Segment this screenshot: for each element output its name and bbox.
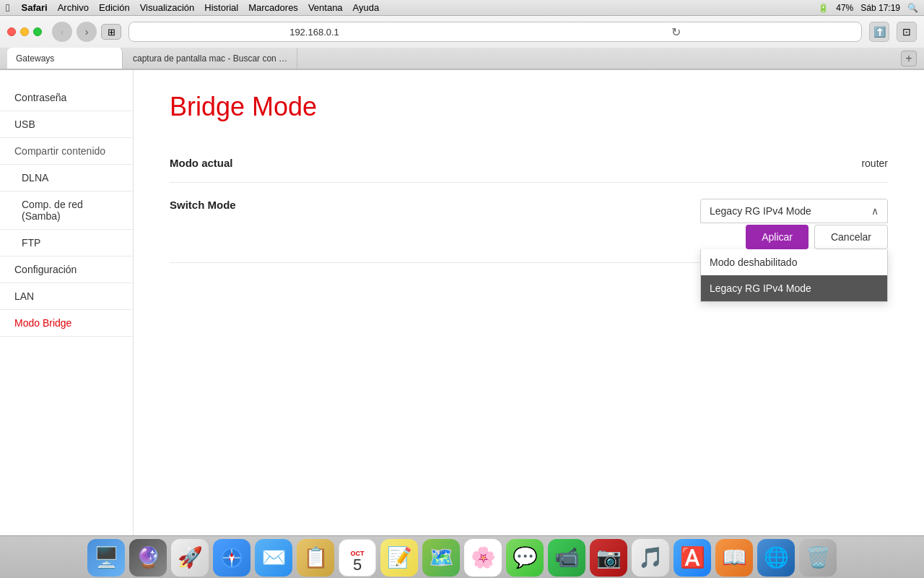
dock-network-icon[interactable]: 🌐: [757, 539, 795, 577]
current-mode-label: Modo actual: [170, 157, 314, 169]
dock-finder-icon[interactable]: 🖥️: [87, 539, 125, 577]
battery-percent: 47%: [836, 3, 853, 13]
sidebar-item-compartir[interactable]: Compartir contenido: [0, 138, 133, 165]
menu-bar:  Safari Archivo Edición Visualización H…: [0, 0, 924, 16]
tab-search[interactable]: captura de pantalla mac - Buscar con Goo…: [124, 48, 297, 69]
tab-gateways-label: Gateways: [16, 53, 113, 64]
back-button[interactable]: ‹: [52, 22, 72, 42]
dock-messages-icon[interactable]: 💬: [506, 539, 544, 577]
search-icon[interactable]: 🔍: [907, 3, 918, 13]
tabs-bar: Gateways captura de pantalla mac - Busca…: [0, 48, 924, 69]
dropdown-list: Modo deshabilitado Legacy RG IPv4 Mode: [700, 249, 888, 302]
dock: 🖥️ 🔮 🚀 ✉️ 📋 OCT 5 📝 🗺️ 🌸 💬 📹 📷 🎵 🅰️ 📖 🌐 …: [0, 535, 924, 578]
menu-edicion[interactable]: Edición: [99, 2, 130, 13]
dock-music-icon[interactable]: 🎵: [632, 539, 669, 577]
sidebar-item-lan[interactable]: LAN: [0, 283, 133, 310]
dropdown-selected-text: Legacy RG IPv4 Mode: [710, 205, 811, 217]
menu-visualizacion[interactable]: Visualización: [140, 2, 195, 13]
switch-mode-dropdown[interactable]: Legacy RG IPv4 Mode ∧ Modo deshabilitado…: [700, 199, 888, 249]
maximize-button[interactable]: [33, 27, 42, 36]
dock-calendar-icon[interactable]: OCT 5: [339, 539, 376, 577]
battery-icon: 🔋: [818, 3, 829, 13]
dock-maps-icon[interactable]: 🗺️: [422, 539, 460, 577]
dock-facetime-icon[interactable]: 📹: [548, 539, 585, 577]
menu-marcadores[interactable]: Marcadores: [248, 2, 298, 13]
dock-safari-icon[interactable]: [213, 539, 250, 577]
menu-ayuda[interactable]: Ayuda: [353, 2, 380, 13]
dock-notes-icon[interactable]: 📋: [297, 539, 334, 577]
sidebar-item-samba[interactable]: Comp. de red (Samba): [0, 191, 133, 230]
dock-siri-icon[interactable]: 🔮: [129, 539, 167, 577]
menu-safari[interactable]: Safari: [21, 2, 47, 13]
menu-archivo[interactable]: Archivo: [58, 2, 89, 13]
page-content: Bridge Mode Modo actual router Switch Mo…: [134, 70, 924, 535]
dock-mail-icon[interactable]: ✉️: [255, 539, 292, 577]
sidebar-item-contrasena[interactable]: Contraseña: [0, 85, 133, 111]
sidebar-item-ftp[interactable]: FTP: [0, 230, 133, 256]
tab-search-label: captura de pantalla mac - Buscar con Goo…: [133, 53, 288, 64]
traffic-lights: [7, 27, 42, 36]
dock-stickies-icon[interactable]: 📝: [380, 539, 418, 577]
current-mode-row: Modo actual router: [170, 144, 888, 183]
apple-logo-icon[interactable]: : [6, 1, 9, 14]
sidebar-item-usb[interactable]: USB: [0, 111, 133, 138]
dropdown-selected[interactable]: Legacy RG IPv4 Mode ∧: [700, 199, 888, 223]
forward-button[interactable]: ›: [77, 22, 97, 42]
menu-historial[interactable]: Historial: [204, 2, 238, 13]
dock-launchpad-icon[interactable]: 🚀: [171, 539, 209, 577]
sidebar-item-modo-bridge[interactable]: Modo Bridge: [0, 310, 133, 337]
new-tab-button[interactable]: +: [901, 51, 917, 66]
cancel-button[interactable]: Cancelar: [814, 225, 888, 249]
dock-books-icon[interactable]: 📖: [715, 539, 753, 577]
menu-items: Safari Archivo Edición Visualización His…: [21, 2, 379, 13]
tab-gateways[interactable]: Gateways: [7, 48, 123, 69]
minimize-button[interactable]: [20, 27, 29, 36]
chevron-up-icon: ∧: [871, 205, 879, 217]
switch-mode-label: Switch Mode: [170, 199, 314, 211]
dropdown-option-legacy[interactable]: Legacy RG IPv4 Mode: [701, 275, 887, 301]
share-button[interactable]: ⬆️: [869, 22, 889, 42]
dock-photobooth-icon[interactable]: 📷: [590, 539, 627, 577]
apply-button[interactable]: Aplicar: [746, 225, 808, 249]
close-button[interactable]: [7, 27, 16, 36]
sidebar-toggle-button[interactable]: ⊞: [101, 24, 121, 40]
dock-appstore-icon[interactable]: 🅰️: [674, 539, 711, 577]
clock: Sáb 17:19: [860, 3, 900, 13]
dock-photos-icon[interactable]: 🌸: [464, 539, 502, 577]
page-title: Bridge Mode: [170, 92, 888, 122]
dock-trash-icon[interactable]: 🗑️: [799, 539, 837, 577]
sidebar-item-configuracion[interactable]: Configuración: [0, 256, 133, 283]
browser-chrome: ‹ › ⊞ 192.168.0.1 ↻ ⬆️ ⊡ Gateways captur…: [0, 16, 924, 70]
browser-toolbar: ‹ › ⊞ 192.168.0.1 ↻ ⬆️ ⊡: [0, 16, 924, 48]
sidebar-item-dlna[interactable]: DLNA: [0, 165, 133, 191]
sidebar-nav: Contraseña USB Compartir contenido DLNA …: [0, 70, 134, 535]
menu-right-items: 🔋 47% Sáb 17:19 🔍: [818, 3, 918, 13]
browser-content: Contraseña USB Compartir contenido DLNA …: [0, 70, 924, 535]
current-mode-value: router: [861, 158, 888, 169]
menu-ventana[interactable]: Ventana: [308, 2, 343, 13]
url-text: 192.168.0.1: [135, 27, 494, 38]
reload-button[interactable]: ↻: [497, 25, 855, 39]
switch-mode-row: Switch Mode Legacy RG IPv4 Mode ∧ Modo d…: [170, 183, 888, 263]
reader-button[interactable]: ⊡: [897, 22, 917, 42]
address-bar-container: 192.168.0.1 ↻: [128, 22, 862, 42]
dropdown-option-disabled[interactable]: Modo deshabilitado: [701, 249, 887, 275]
address-bar[interactable]: 192.168.0.1 ↻: [128, 22, 862, 42]
